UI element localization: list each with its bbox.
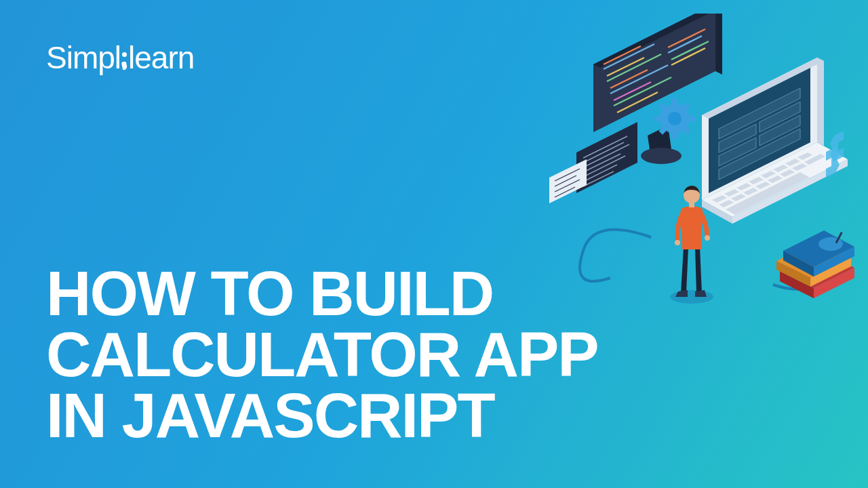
main-headline: HOW TO BUILD CALCULATOR APP IN JAVASCRIP… [46,263,598,446]
svg-rect-19 [672,132,677,139]
headline-line-1: HOW TO BUILD [46,263,598,324]
svg-point-0 [818,237,843,251]
svg-point-15 [641,148,682,164]
svg-point-17 [668,112,682,125]
brand-text-part1: Simpl [46,39,121,76]
svg-rect-21 [688,116,695,121]
brand-logo: Simpl learn [46,39,194,76]
svg-rect-18 [672,98,677,105]
headline-line-3: IN JAVASCRIPT [46,385,598,446]
svg-point-38 [675,240,680,245]
svg-rect-20 [654,116,661,121]
isometric-illustration [529,14,854,312]
headline-line-2: CALCULATOR APP [46,324,598,385]
svg-point-39 [705,235,710,241]
brand-text-part2: learn [128,39,194,76]
